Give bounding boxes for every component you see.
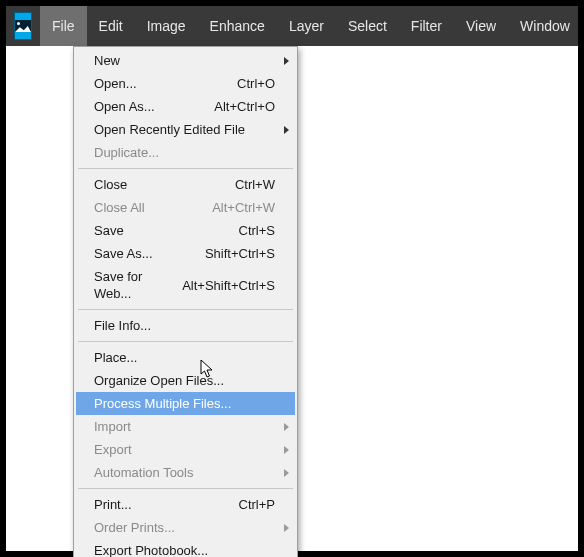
- window-frame: File Edit Image Enhance Layer Select Fil…: [0, 0, 584, 557]
- menu-item-label: Save As...: [94, 245, 153, 262]
- menu-separator: [78, 309, 293, 310]
- file-menu-process-multiple-files[interactable]: Process Multiple Files...: [76, 392, 295, 415]
- menu-item-label: Organize Open Files...: [94, 372, 224, 389]
- file-dropdown: NewOpen...Ctrl+OOpen As...Alt+Ctrl+OOpen…: [73, 46, 298, 557]
- menu-item-shortcut: Ctrl+O: [225, 75, 275, 92]
- file-menu-save-as[interactable]: Save As...Shift+Ctrl+S: [76, 242, 295, 265]
- menu-item-shortcut: Alt+Ctrl+O: [202, 98, 275, 115]
- menu-item-label: Order Prints...: [94, 519, 175, 536]
- menu-item-label: Save for Web...: [94, 268, 170, 302]
- file-menu-new[interactable]: New: [76, 49, 295, 72]
- menu-separator: [78, 488, 293, 489]
- menu-file[interactable]: File: [40, 6, 87, 46]
- submenu-arrow-icon: [284, 469, 289, 477]
- menu-item-shortcut: Shift+Ctrl+S: [193, 245, 275, 262]
- submenu-arrow-icon: [284, 446, 289, 454]
- menu-item-label: Print...: [94, 496, 132, 513]
- file-menu-duplicate: Duplicate...: [76, 141, 295, 164]
- menu-item-label: Process Multiple Files...: [94, 395, 231, 412]
- menu-edit[interactable]: Edit: [87, 6, 135, 46]
- submenu-arrow-icon: [284, 423, 289, 431]
- file-menu-export-photobook[interactable]: Export Photobook...: [76, 539, 295, 557]
- menu-window[interactable]: Window: [508, 6, 582, 46]
- file-menu-automation-tools: Automation Tools: [76, 461, 295, 484]
- file-menu-organize-open-files[interactable]: Organize Open Files...: [76, 369, 295, 392]
- menu-item-label: Close: [94, 176, 127, 193]
- menu-item-shortcut: Ctrl+S: [227, 222, 275, 239]
- menu-item-label: Save: [94, 222, 124, 239]
- menu-separator: [78, 341, 293, 342]
- menu-item-label: Open As...: [94, 98, 155, 115]
- submenu-arrow-icon: [284, 57, 289, 65]
- menu-select[interactable]: Select: [336, 6, 399, 46]
- file-menu-import: Import: [76, 415, 295, 438]
- file-menu-export: Export: [76, 438, 295, 461]
- file-menu-save-for-web[interactable]: Save for Web...Alt+Shift+Ctrl+S: [76, 265, 295, 305]
- menu-item-shortcut: Alt+Shift+Ctrl+S: [170, 277, 275, 294]
- file-menu-print[interactable]: Print...Ctrl+P: [76, 493, 295, 516]
- menu-item-label: Open Recently Edited File: [94, 121, 245, 138]
- photo-icon: [15, 20, 31, 32]
- menu-item-label: Place...: [94, 349, 137, 366]
- menu-item-label: Export Photobook...: [94, 542, 208, 557]
- app-icon[interactable]: [14, 12, 32, 40]
- window-inner: File Edit Image Enhance Layer Select Fil…: [6, 6, 578, 551]
- file-menu-close[interactable]: CloseCtrl+W: [76, 173, 295, 196]
- file-menu-open[interactable]: Open...Ctrl+O: [76, 72, 295, 95]
- menu-enhance[interactable]: Enhance: [198, 6, 277, 46]
- menu-separator: [78, 168, 293, 169]
- menu-item-shortcut: Ctrl+P: [227, 496, 275, 513]
- menu-item-shortcut: Alt+Ctrl+W: [200, 199, 275, 216]
- file-menu-open-as[interactable]: Open As...Alt+Ctrl+O: [76, 95, 295, 118]
- menu-item-shortcut: Ctrl+W: [223, 176, 275, 193]
- menu-item-label: New: [94, 52, 120, 69]
- menu-item-label: Duplicate...: [94, 144, 159, 161]
- menu-item-label: Export: [94, 441, 132, 458]
- file-menu-place[interactable]: Place...: [76, 346, 295, 369]
- menu-image[interactable]: Image: [135, 6, 198, 46]
- menu-item-label: File Info...: [94, 317, 151, 334]
- menu-item-label: Close All: [94, 199, 145, 216]
- menubar: File Edit Image Enhance Layer Select Fil…: [6, 6, 578, 46]
- menu-item-label: Automation Tools: [94, 464, 194, 481]
- menu-layer[interactable]: Layer: [277, 6, 336, 46]
- menu-item-label: Import: [94, 418, 131, 435]
- menu-view[interactable]: View: [454, 6, 508, 46]
- file-menu-order-prints: Order Prints...: [76, 516, 295, 539]
- submenu-arrow-icon: [284, 524, 289, 532]
- menu-filter[interactable]: Filter: [399, 6, 454, 46]
- file-menu-open-recently-edited-file[interactable]: Open Recently Edited File: [76, 118, 295, 141]
- submenu-arrow-icon: [284, 126, 289, 134]
- file-menu-close-all: Close AllAlt+Ctrl+W: [76, 196, 295, 219]
- menu-item-label: Open...: [94, 75, 137, 92]
- file-menu-file-info[interactable]: File Info...: [76, 314, 295, 337]
- file-menu-save[interactable]: SaveCtrl+S: [76, 219, 295, 242]
